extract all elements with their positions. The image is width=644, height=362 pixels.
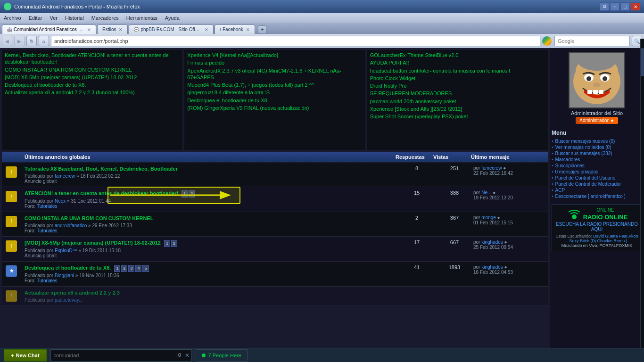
menu-item-acp[interactable]: ACP (552, 187, 642, 193)
search-input[interactable] (554, 36, 630, 46)
topic-link[interactable]: (ROM) GingerXperia V9 FINAL (nueva actua… (187, 105, 362, 111)
radio-section: ONLINE RADIO ONLINE ESCUCHA LA RADIO PRE… (552, 204, 642, 251)
topic-link[interactable]: XperiAndroidX 2.3.7 v3 oficial (4G) Mini… (187, 67, 362, 81)
tab-close-estilos[interactable]: ✕ (119, 27, 123, 32)
restore-btn[interactable]: ⧉ (600, 2, 609, 11)
page-link[interactable]: 4 (135, 265, 141, 272)
author-link[interactable]: ExplouD™ (55, 248, 77, 253)
menu-item-subs[interactable]: Suscripciones (552, 163, 642, 169)
ann-foro: Anuncio globalt (25, 253, 398, 258)
page-link[interactable]: 2 (121, 265, 127, 272)
last-author-link[interactable]: famecrew (481, 165, 502, 171)
tabs-bar: 🤖 Comunidad Android Fanaticos • Portal ✕… (0, 23, 644, 34)
topic-link[interactable]: gingercruzt 8.4 diferente a la otra :S (187, 89, 362, 96)
topic-link[interactable]: GOLauncherEx-Theme SteelBlue v2.0 (370, 52, 545, 58)
page-link[interactable]: 1 (182, 190, 188, 197)
topic-link[interactable]: AYUDA PORFA!! (370, 59, 545, 66)
author-link[interactable]: androidfanatico (55, 223, 87, 228)
menu-item-logout[interactable]: Desconectarse [ androidfanatico ] (552, 193, 642, 199)
home-btn[interactable]: ⌂ (39, 36, 49, 46)
ann-last: por monge ●01 Feb 2012 15:15 (473, 215, 544, 225)
ann-title[interactable]: ATENCION! a tener en cuenta antes de des… (25, 190, 398, 197)
ann-title[interactable]: Tutoriales X8 Baseband, Root, Kernel, De… (25, 165, 398, 173)
menu-section: Menu Buscar mensajes nuevos (0) Ver mens… (552, 130, 642, 199)
menu-historial[interactable]: Historial (65, 15, 84, 21)
page-link[interactable]: 3 (128, 265, 134, 272)
topic-link[interactable]: SE REQUIEREN MODERADORES (370, 90, 545, 97)
scrollbar-track[interactable] (640, 39, 644, 348)
menu-ayuda[interactable]: Ayuda (165, 15, 180, 21)
ann-title[interactable]: Desbloquea el bootloader de tu X8. 1 2 3… (25, 264, 398, 272)
menu-item-ucp[interactable]: Panel de Control del Usuario (552, 175, 642, 181)
forward-btn[interactable]: ▶ (14, 36, 25, 46)
topic-link[interactable]: Droid Notify Pro (370, 82, 545, 89)
topic-link[interactable]: COMO INSTALAR UNA ROM CON CUSTOM KERNEL (5, 66, 180, 73)
page-link[interactable]: 1 (114, 265, 120, 272)
header-last: Último mensaje (471, 154, 544, 160)
ann-title[interactable]: Actualizar xperia x8 a android 2.2 y 2.3 (25, 289, 398, 296)
right-sidebar: Administrador del Sitio Administrador ★ … (550, 48, 644, 348)
topic-link[interactable]: pacman world 20th anniversary poket (370, 98, 545, 105)
address-bar[interactable] (51, 36, 540, 46)
ann-title[interactable]: COMO INSTALAR UNA ROM CON CUSTOM KERNEL (25, 215, 398, 222)
estas-escuchando: Estas Escuchando: David Guetta Feat Akon… (555, 234, 639, 243)
scrollbar-thumb[interactable] (641, 48, 644, 76)
ann-title[interactable]: [MOD] X8-5Mp (mejorar camara) (UPDATE!!)… (25, 239, 398, 247)
topic-link[interactable]: Mupen64 Plus Beta (1.7), + juegos (todos… (187, 82, 362, 88)
browser-title-bar: Comunidad Android Fanaticos • Portal - M… (0, 0, 644, 13)
tab-close-phpbb[interactable]: ✕ (205, 27, 208, 32)
topic-link[interactable]: [MOD] X8-5Mp (mejorar camara) (UPDATE!!)… (5, 74, 180, 81)
new-chat-btn[interactable]: + New Chat (4, 349, 47, 362)
topic-link[interactable]: Super Shot Soccer (xperiaplay PSX) poket (370, 113, 545, 120)
topic-link[interactable]: Desbloquea el bootloader de tu X8. (187, 97, 362, 104)
topic-link[interactable]: Xperience V4 [Kernel nAa][Actualizado] (187, 52, 362, 58)
close-btn[interactable]: ✕ (631, 2, 640, 11)
tab-close-facebook[interactable]: ✕ (246, 27, 250, 32)
reload-btn[interactable]: ↻ (26, 36, 37, 46)
chat-close-btn[interactable]: ✕ (183, 352, 191, 359)
tab-phpbb[interactable]: 💬 phpBB-Es.COM - Sitio Oficial España ..… (129, 25, 214, 34)
page-link[interactable]: 5 (142, 265, 149, 272)
author-link[interactable]: Neox (55, 198, 66, 204)
menu-ver[interactable]: Ver (50, 15, 58, 21)
topic-link[interactable]: Photo Clock Widget (370, 75, 545, 82)
foro-link[interactable]: Tutoriales (37, 228, 58, 233)
new-tab-btn[interactable]: + (258, 25, 266, 34)
menu-herramientas[interactable]: Herramientas (126, 15, 157, 21)
last-author-link[interactable]: kinghades (481, 264, 503, 270)
chat-input[interactable] (51, 353, 176, 358)
foro-link[interactable]: Tutoriales (37, 278, 58, 283)
topic-link[interactable]: Firmas a pedido (187, 59, 362, 66)
menu-item-my-msgs[interactable]: Buscar sus mensajes (232) (552, 150, 642, 156)
topic-link[interactable]: Kernel, Desbrickeo, Bootloader ATENCION!… (5, 52, 180, 66)
menu-item-pm[interactable]: 0 mensajes privados (552, 169, 642, 175)
menu-item-unread[interactable]: Ver mensajes no leídos (0) (552, 144, 642, 150)
topic-link[interactable]: headseat button contrloler- controla tu … (370, 67, 545, 74)
menu-item-new-msgs[interactable]: Buscar mensajes nuevos (0) (552, 138, 642, 144)
topic-link[interactable]: Desbloquea el bootloader de tu X8. (5, 82, 180, 88)
last-author-link[interactable]: kinghades (481, 239, 503, 245)
menu-editar[interactable]: Editar (29, 15, 42, 21)
minimize-btn[interactable]: ─ (610, 2, 619, 11)
back-btn[interactable]: ◀ (2, 36, 12, 46)
last-author-link[interactable]: monge (481, 215, 496, 220)
tab-close-portal[interactable]: ✕ (87, 27, 91, 32)
page-link[interactable]: 1 (164, 240, 170, 247)
author-link[interactable]: Binggiani (55, 273, 74, 278)
author-link[interactable]: paquetevay... (55, 297, 83, 303)
tab-facebook[interactable]: f Facebook ✕ (215, 25, 255, 34)
maximize-btn[interactable]: □ (620, 2, 630, 11)
page-link[interactable]: 2 (171, 240, 177, 247)
menu-item-mcp[interactable]: Panel de Control de Moderador (552, 181, 642, 187)
tab-portal[interactable]: 🤖 Comunidad Android Fanaticos • Portal ✕ (2, 25, 96, 34)
topic-link[interactable]: Xperience [Stock and Alfs ][23/02 /2012] (370, 106, 545, 112)
menu-marcadores[interactable]: Marcadores (91, 15, 119, 21)
tab-estilos[interactable]: Estilos ✕ (97, 25, 128, 34)
menu-archivo[interactable]: Archivo (4, 15, 21, 21)
last-author-link[interactable]: Ne... (481, 190, 491, 195)
page-link[interactable]: 2 (189, 190, 195, 197)
menu-item-bookmarks[interactable]: Marcadores (552, 156, 642, 163)
topic-link[interactable]: Actualizar xperia x8 a android 2.2 y 2.3… (5, 89, 180, 96)
author-link[interactable]: famecrew (55, 173, 75, 179)
foro-link[interactable]: Tutoriales (37, 204, 58, 209)
